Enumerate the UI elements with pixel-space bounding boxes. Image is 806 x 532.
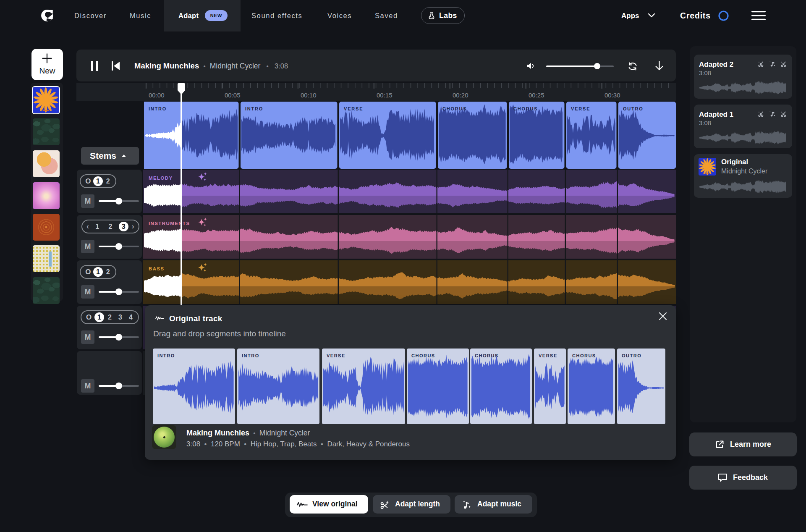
svg-text:CHORUS: CHORUS — [513, 106, 538, 111]
svg-text:VERSE: VERSE — [344, 106, 363, 111]
svg-text:CHORUS: CHORUS — [411, 353, 435, 358]
svg-text:00:20: 00:20 — [453, 92, 468, 99]
svg-text:VERSE: VERSE — [539, 353, 557, 358]
svg-text:VERSE: VERSE — [571, 106, 590, 111]
svg-text:INTRO: INTRO — [245, 106, 263, 111]
svg-text:MELODY: MELODY — [149, 176, 173, 181]
svg-text:00:05: 00:05 — [225, 92, 241, 99]
svg-text:INTRO: INTRO — [242, 353, 259, 358]
svg-text:OUTRO: OUTRO — [622, 353, 641, 358]
svg-text:00:00: 00:00 — [149, 92, 165, 99]
svg-text:INTRO: INTRO — [149, 106, 167, 111]
svg-text:CHORUS: CHORUS — [475, 353, 499, 358]
svg-text:CHORUS: CHORUS — [442, 106, 467, 111]
svg-text:00:10: 00:10 — [301, 92, 317, 99]
svg-text:CHORUS: CHORUS — [572, 353, 596, 358]
svg-text:OUTRO: OUTRO — [623, 106, 644, 111]
svg-text:00:15: 00:15 — [377, 92, 393, 99]
svg-text:INTRO: INTRO — [157, 353, 175, 358]
svg-text:BASS: BASS — [149, 266, 165, 271]
svg-text:VERSE: VERSE — [327, 353, 345, 358]
svg-text:00:30: 00:30 — [604, 92, 620, 99]
svg-text:INSTRUMENTS: INSTRUMENTS — [149, 221, 190, 226]
svg-text:00:25: 00:25 — [529, 92, 544, 99]
